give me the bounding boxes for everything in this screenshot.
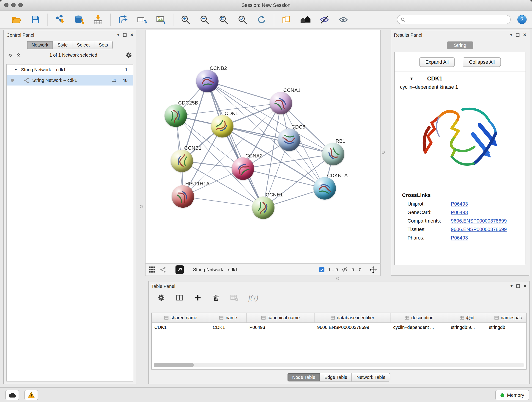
panel-float-icon[interactable]: ▾: [117, 33, 119, 37]
open-in-new-window-icon[interactable]: [176, 265, 184, 274]
search-box[interactable]: [397, 15, 511, 24]
crosslink-value[interactable]: P06493: [451, 210, 468, 215]
column-header--id[interactable]: @id: [448, 313, 486, 322]
help-button[interactable]: ?: [517, 15, 526, 24]
copy-document-icon[interactable]: [280, 13, 292, 26]
tab-network[interactable]: Network: [27, 41, 53, 49]
results-panel: Results Panel ▾ × String Expand All Coll…: [391, 30, 529, 275]
show-all-eye-icon[interactable]: [337, 13, 349, 26]
network-collection-row[interactable]: ▼ String Network – cdk1 1: [7, 64, 133, 75]
network-tree: ▼ String Network – cdk1 1 String Network…: [6, 64, 133, 382]
network-from-selection-icon[interactable]: [117, 13, 129, 26]
delete-column-trash-icon[interactable]: [212, 293, 221, 302]
network-options-gear-icon[interactable]: [126, 52, 132, 58]
column-header-shared-name[interactable]: shared name: [152, 313, 210, 322]
crosslink-value[interactable]: 9606.ENSP00000378699: [451, 218, 507, 223]
gene-section-header[interactable]: ▼ CDK1: [394, 72, 526, 83]
panel-close-icon[interactable]: ×: [523, 32, 526, 38]
column-header-canonical-name[interactable]: canonical name: [247, 313, 315, 322]
import-network-file-icon[interactable]: [54, 13, 66, 26]
open-session-icon[interactable]: [10, 13, 22, 26]
tab-node-table[interactable]: Node Table: [288, 373, 320, 381]
network-glyph-icon[interactable]: [160, 266, 166, 273]
import-network-database-icon[interactable]: [73, 13, 85, 26]
grid-view-icon[interactable]: [149, 266, 155, 273]
network-node-cdk1[interactable]: [211, 115, 234, 138]
network-row[interactable]: String Network – cdk1 11 48: [7, 75, 133, 85]
table-row[interactable]: CDK1CDK1P064939606.ENSP00000378699cyclin…: [152, 323, 526, 332]
column-header-namespac[interactable]: namespac: [486, 313, 526, 322]
cloud-button[interactable]: [6, 390, 19, 400]
horizontal-scrollbar[interactable]: [154, 363, 524, 367]
toolbar-separator: [173, 13, 173, 26]
zoom-out-icon[interactable]: [198, 13, 210, 26]
search-input[interactable]: [408, 17, 507, 22]
scrollbar-thumb[interactable]: [154, 363, 194, 367]
panel-maximize-icon[interactable]: [516, 33, 519, 37]
collapse-all-button[interactable]: Collapse All: [463, 57, 501, 67]
vertical-splitter-handle[interactable]: [382, 151, 385, 154]
pan-crosshair-icon[interactable]: [370, 266, 377, 274]
panel-close-icon[interactable]: ×: [130, 32, 133, 38]
hide-selected-eye-slash-icon[interactable]: [318, 13, 330, 26]
network-node-cdkn1a[interactable]: [313, 177, 336, 200]
show-columns-icon[interactable]: [175, 293, 184, 302]
network-node-ccna2[interactable]: [232, 157, 254, 180]
panel-float-icon[interactable]: ▾: [510, 33, 512, 37]
tab-edge-table[interactable]: Edge Table: [320, 373, 352, 381]
collection-count: 1: [125, 67, 130, 72]
network-node-ccnb2[interactable]: [196, 70, 219, 92]
column-header-description[interactable]: description: [390, 313, 448, 322]
disclosure-triangle-icon[interactable]: ▼: [14, 68, 18, 71]
selected-checkbox-icon[interactable]: [319, 267, 325, 273]
import-table-icon[interactable]: [92, 13, 104, 26]
warnings-button[interactable]: [25, 390, 38, 400]
column-header-database-identifier[interactable]: database identifier: [315, 313, 391, 322]
create-column-plus-icon[interactable]: [193, 293, 202, 302]
table-settings-gear-icon[interactable]: [157, 293, 166, 302]
tab-string[interactable]: String: [447, 41, 473, 49]
tab-network-table[interactable]: Network Table: [352, 373, 390, 381]
current-network-dot-icon: [11, 79, 14, 82]
panel-maximize-icon[interactable]: [516, 284, 520, 288]
zoom-selected-icon[interactable]: [236, 13, 249, 26]
panel-close-icon[interactable]: ×: [523, 283, 526, 289]
network-canvas[interactable]: CCNB2CCNA1CDC25BCDK1CDC6RB1CCNB1CCNA2CDK…: [146, 30, 380, 263]
collapse-all-icon[interactable]: [8, 52, 13, 57]
network-overview-homes-icon[interactable]: [299, 13, 311, 26]
zoom-fit-icon[interactable]: [217, 13, 230, 26]
tab-style[interactable]: Style: [53, 41, 72, 49]
crosslink-value[interactable]: 9606.ENSP00000378699: [451, 226, 507, 232]
table-header-row: shared namenamecanonical namedatabase id…: [152, 313, 526, 323]
table-toolbar: f(x): [149, 290, 530, 304]
save-session-icon[interactable]: [29, 13, 41, 26]
network-node-ccna1[interactable]: [270, 92, 292, 114]
tab-select[interactable]: Select: [72, 41, 94, 49]
network-node-hist1h1a[interactable]: [172, 185, 194, 208]
crosslink-value[interactable]: P06493: [451, 201, 468, 206]
horizontal-splitter-handle[interactable]: [336, 277, 339, 280]
zoom-in-icon[interactable]: [179, 13, 191, 26]
network-node-ccne1[interactable]: [252, 196, 274, 219]
export-image-icon[interactable]: [155, 13, 167, 26]
memory-button[interactable]: Memory: [496, 390, 529, 400]
network-node-cdc6[interactable]: [278, 128, 300, 151]
expand-all-icon[interactable]: [16, 52, 21, 57]
expand-all-button[interactable]: Expand All: [419, 57, 455, 67]
table-cell: 9606.ENSP00000378699: [315, 323, 391, 332]
network-title: String Network – cdk1: [193, 267, 238, 272]
crosslink-value[interactable]: P06493: [451, 235, 468, 240]
network-node-rb1[interactable]: [322, 143, 344, 165]
disclosure-triangle-icon[interactable]: ▼: [409, 76, 413, 81]
hidden-eye-slash-icon[interactable]: [341, 267, 348, 273]
tab-sets[interactable]: Sets: [94, 41, 113, 49]
column-header-name[interactable]: name: [210, 313, 247, 322]
vertical-splitter-handle[interactable]: [140, 205, 143, 208]
panel-maximize-icon[interactable]: [123, 33, 127, 37]
string-results-card: Expand All Collapse All ▼ CDK1 cyclin–de…: [394, 52, 526, 265]
network-node-cdc25b[interactable]: [165, 104, 187, 127]
apply-layout-icon[interactable]: [255, 13, 268, 26]
panel-float-icon[interactable]: ▾: [510, 284, 513, 288]
network-node-ccnb1[interactable]: [171, 150, 193, 172]
table-from-network-icon[interactable]: [136, 13, 148, 26]
